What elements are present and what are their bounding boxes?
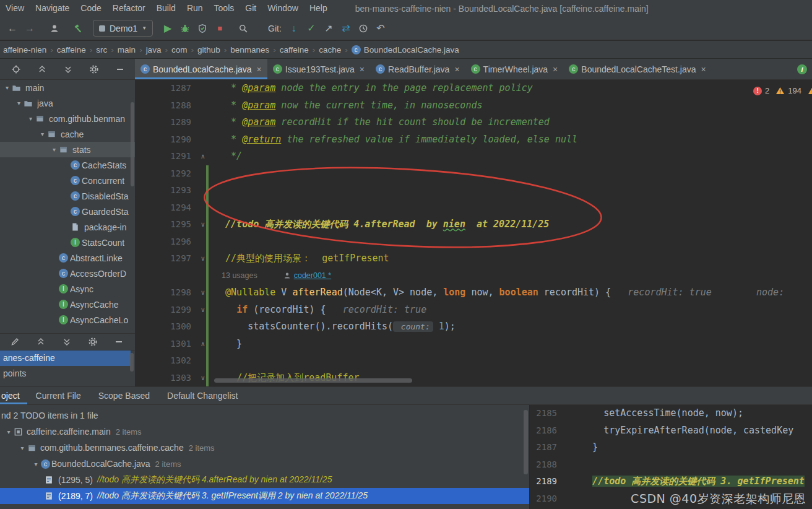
- locate-file-icon[interactable]: [7, 61, 25, 78]
- menu-build[interactable]: Build: [151, 0, 181, 17]
- code-line[interactable]: 1293: [135, 182, 812, 199]
- chevron-down-icon[interactable]: ▾: [31, 461, 41, 468]
- todo-row[interactable]: ▾caffeine.caffeine.main2 items: [0, 424, 529, 440]
- code-line[interactable]: 1294: [135, 199, 812, 217]
- fold-icon[interactable]: ∧: [201, 336, 205, 353]
- chevron-down-icon[interactable]: ▾: [17, 445, 27, 451]
- tree-item-abstractlinke[interactable]: cAbstractLinke: [0, 250, 135, 266]
- chevron-down-icon[interactable]: ▾: [4, 429, 14, 435]
- user-icon[interactable]: [46, 20, 63, 37]
- back-icon[interactable]: ←: [4, 23, 21, 34]
- todo-row[interactable]: (1295, 5)//todo 高并发读的关键代码 4.afterRead by…: [0, 472, 529, 488]
- tree-item-asynccachelo[interactable]: IAsyncCacheLo: [0, 312, 135, 328]
- line-number[interactable]: 1287: [135, 80, 209, 97]
- favorites-item-points[interactable]: points: [0, 366, 135, 381]
- todo-scrollbar[interactable]: [524, 410, 528, 474]
- close-icon[interactable]: ×: [257, 64, 262, 74]
- code-line[interactable]: 2189 //todo 高并发读的关键代码 3. getIfPresent: [530, 473, 812, 490]
- code-line[interactable]: 1288 * @param now the current time, in n…: [135, 97, 812, 115]
- usages-line[interactable]: 13 usagescoder001 *: [135, 268, 812, 285]
- tab-BoundedLocalCache.java[interactable]: cBoundedLocalCache.java×: [135, 59, 267, 79]
- code-line[interactable]: 1296: [135, 233, 812, 251]
- line-number[interactable]: 1301∧: [135, 336, 209, 353]
- close-icon[interactable]: ×: [701, 64, 706, 74]
- chevron-down-icon[interactable]: ▾: [26, 115, 35, 122]
- author-link[interactable]: coder001 *: [294, 268, 331, 285]
- breadcrumb-item[interactable]: com: [169, 45, 190, 54]
- edit-pencil-icon[interactable]: [6, 333, 24, 350]
- tree-item-statscount[interactable]: IStatsCount: [0, 235, 135, 250]
- code-line[interactable]: 1298∨ @Nullable V afterRead(Node<K, V> n…: [135, 284, 812, 302]
- line-number[interactable]: 1302: [135, 352, 209, 370]
- line-number[interactable]: 1297∨: [135, 250, 209, 268]
- breadcrumb-item[interactable]: benmanes: [228, 45, 272, 54]
- tool-tab-current-file[interactable]: Current File: [27, 387, 90, 404]
- tree-item-java[interactable]: ▾java: [0, 95, 135, 111]
- stop-icon[interactable]: ■: [211, 24, 228, 33]
- git-fetch-icon[interactable]: ⇄: [337, 22, 355, 34]
- run-config-select[interactable]: Demo1 ▼: [93, 20, 153, 37]
- problems-widget[interactable]: ! 2 194: [753, 86, 812, 95]
- tree-scrollbar[interactable]: [131, 102, 134, 186]
- code-line[interactable]: 2186 tryExpireAfterRead(node, castedKey: [530, 422, 812, 440]
- line-number[interactable]: 1288: [135, 97, 209, 115]
- tree-item-com.github.benman[interactable]: ▾com.github.benman: [0, 111, 135, 126]
- line-number[interactable]: 1298∨: [135, 284, 209, 302]
- fold-icon[interactable]: ∨: [201, 250, 205, 268]
- line-number[interactable]: 2187: [530, 439, 564, 456]
- code-line[interactable]: 1302: [135, 352, 812, 370]
- code-line[interactable]: 1295∨ //todo 高并发读的关键代码 4.afterRead by ni…: [135, 216, 812, 233]
- favorites-scrollbar[interactable]: [130, 353, 134, 372]
- line-number[interactable]: 1290: [135, 131, 209, 149]
- line-number[interactable]: 1289: [135, 114, 209, 131]
- fold-icon[interactable]: ∨: [201, 216, 205, 233]
- favorites-item-anes-caffeine[interactable]: anes-caffeine: [0, 350, 131, 366]
- menu-refactor[interactable]: Refactor: [107, 0, 151, 17]
- tree-item-cache[interactable]: ▾cache: [0, 126, 135, 142]
- code-line[interactable]: 1301∧ }: [135, 336, 812, 353]
- chevron-down-icon[interactable]: ▾: [2, 84, 12, 91]
- fold-icon[interactable]: ∨: [201, 370, 205, 387]
- git-push-icon[interactable]: ↗: [320, 22, 337, 34]
- code-line[interactable]: 2187 }: [530, 439, 812, 456]
- fold-icon[interactable]: ∨: [201, 284, 205, 302]
- tree-item-guardedsta[interactable]: cGuardedSta: [0, 204, 135, 219]
- code-line[interactable]: 1289 * @param recordHit if the hit count…: [135, 114, 812, 131]
- code-line[interactable]: 1300 statsCounter().recordHits( count: 1…: [135, 318, 812, 336]
- menu-window[interactable]: Window: [262, 0, 304, 17]
- tool-tab-oject[interactable]: oject: [0, 387, 27, 404]
- tree-item-cachestats[interactable]: cCacheStats: [0, 157, 135, 173]
- line-number[interactable]: 1295∨: [135, 216, 209, 233]
- settings-gear-icon[interactable]: [85, 61, 103, 78]
- tree-item-disabledsta[interactable]: cDisabledSta: [0, 188, 135, 204]
- code-line[interactable]: 1297∨ //典型的使用场景： getIfPresent: [135, 250, 812, 268]
- breadcrumb-item[interactable]: main: [115, 45, 138, 54]
- close-icon[interactable]: ×: [454, 64, 459, 74]
- tree-item-stats[interactable]: ▾stats: [0, 142, 135, 157]
- search-everywhere-icon[interactable]: [235, 20, 252, 37]
- breadcrumb-item[interactable]: java: [144, 45, 164, 54]
- run-icon[interactable]: ▶: [159, 22, 176, 34]
- breadcrumb-item[interactable]: cBoundedLocalCache.java: [349, 45, 462, 54]
- expand-all-icon[interactable]: [59, 61, 77, 78]
- history-clock-icon[interactable]: [355, 20, 372, 37]
- code-line[interactable]: 2185 setAccessTime(node, now);: [530, 405, 812, 422]
- usages-hint[interactable]: 13 usages: [222, 268, 257, 285]
- line-number[interactable]: 1299∨: [135, 302, 209, 319]
- tree-item-package-in[interactable]: package-in: [0, 219, 135, 235]
- git-commit-icon[interactable]: ✓: [303, 22, 320, 34]
- code-line[interactable]: 1290 * @return the refreshed value if im…: [135, 131, 812, 149]
- debug-icon[interactable]: [176, 20, 194, 37]
- line-number[interactable]: 1303∨: [135, 370, 209, 387]
- tool-tab-scope-based[interactable]: Scope Based: [90, 387, 158, 404]
- line-number[interactable]: 1300: [135, 318, 209, 336]
- code-line[interactable]: 1292: [135, 165, 812, 183]
- menu-code[interactable]: Code: [75, 0, 106, 17]
- collapse-all-icon[interactable]: [33, 61, 51, 78]
- line-number[interactable]: 1296: [135, 233, 209, 251]
- todo-row[interactable]: ▾cBoundedLocalCache.java2 items: [0, 456, 529, 472]
- line-number[interactable]: 1294: [135, 199, 209, 217]
- tree-item-asynccache[interactable]: IAsyncCache: [0, 297, 135, 312]
- coverage-icon[interactable]: [194, 20, 211, 37]
- chevron-down-icon[interactable]: ▾: [38, 131, 47, 137]
